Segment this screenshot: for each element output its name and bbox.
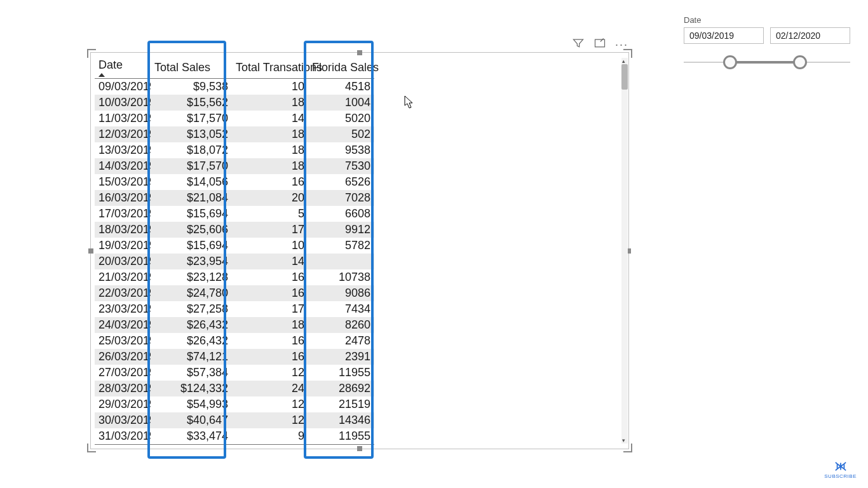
cell-total-transactions: 16 bbox=[232, 269, 308, 285]
cell-florida-sales: 5020 bbox=[308, 111, 374, 126]
table-row[interactable]: 31/03/2019$33,474911955 bbox=[95, 428, 374, 445]
table-row[interactable]: 15/03/2019$14,056166526 bbox=[95, 174, 374, 190]
cell-total-sales: $15,562 bbox=[151, 95, 232, 111]
table-row[interactable]: 11/03/2019$17,570145020 bbox=[95, 111, 374, 126]
date-slicer[interactable]: Date 09/03/2019 02/12/2020 bbox=[684, 15, 850, 76]
date-range-slider[interactable] bbox=[684, 50, 850, 76]
cell-date: 29/03/2019 bbox=[95, 396, 151, 412]
cell-total-transactions: 12 bbox=[232, 412, 308, 428]
table-row[interactable]: 10/03/2019$15,562181004 bbox=[95, 95, 374, 111]
cell-total-transactions: 24 bbox=[232, 381, 308, 396]
cell-florida-sales: 2478 bbox=[308, 333, 374, 349]
cell-florida-sales: 14346 bbox=[308, 412, 374, 428]
cell-florida-sales: 9912 bbox=[308, 222, 374, 238]
cell-total-sales: $25,606 bbox=[151, 222, 232, 238]
table-row[interactable]: 16/03/2019$21,084207028 bbox=[95, 190, 374, 206]
cell-total-sales: $9,538 bbox=[151, 79, 232, 95]
total-trans: 7756 bbox=[232, 445, 308, 447]
table-row[interactable]: 18/03/2019$25,606179912 bbox=[95, 222, 374, 238]
scroll-thumb[interactable] bbox=[621, 64, 628, 90]
cell-total-transactions: 18 bbox=[232, 158, 308, 174]
resize-handle[interactable] bbox=[357, 50, 362, 55]
table-row[interactable]: 24/03/2019$26,432188260 bbox=[95, 317, 374, 333]
col-header-total-sales[interactable]: Total Sales bbox=[151, 55, 232, 79]
cell-florida-sales: 4518 bbox=[308, 79, 374, 95]
cell-date: 18/03/2019 bbox=[95, 222, 151, 238]
cell-total-transactions: 18 bbox=[232, 95, 308, 111]
resize-corner[interactable] bbox=[623, 444, 632, 452]
cell-total-transactions: 16 bbox=[232, 285, 308, 301]
cell-date: 19/03/2019 bbox=[95, 238, 151, 254]
visual-action-bar: ··· bbox=[572, 37, 628, 52]
date-start-input[interactable]: 09/03/2019 bbox=[684, 27, 764, 44]
table-row[interactable]: 19/03/2019$15,694105782 bbox=[95, 238, 374, 254]
cell-total-transactions: 5 bbox=[232, 206, 308, 222]
table-row[interactable]: 27/03/2019$57,3841211955 bbox=[95, 365, 374, 381]
cell-total-transactions: 18 bbox=[232, 142, 308, 158]
col-header-florida-sales[interactable]: Florida Sales bbox=[308, 55, 374, 79]
table-row[interactable]: 09/03/2019$9,538104518 bbox=[95, 79, 374, 95]
cell-total-sales: $18,072 bbox=[151, 142, 232, 158]
cell-total-transactions: 18 bbox=[232, 126, 308, 142]
cell-date: 30/03/2019 bbox=[95, 412, 151, 428]
cell-date: 21/03/2019 bbox=[95, 269, 151, 285]
cell-total-sales: $124,332 bbox=[151, 381, 232, 396]
slicer-label: Date bbox=[684, 15, 850, 25]
cell-total-sales: $40,647 bbox=[151, 412, 232, 428]
table-row[interactable]: 20/03/2019$23,95414 bbox=[95, 254, 374, 269]
scroll-down-icon[interactable]: ▾ bbox=[622, 438, 627, 443]
cell-florida-sales: 1004 bbox=[308, 95, 374, 111]
cell-florida-sales: 21519 bbox=[308, 396, 374, 412]
table-row[interactable]: 25/03/2019$26,432162478 bbox=[95, 333, 374, 349]
resize-handle[interactable] bbox=[88, 248, 93, 254]
table-row[interactable]: 30/03/2019$40,6471214346 bbox=[95, 412, 374, 428]
cell-florida-sales: 28692 bbox=[308, 381, 374, 396]
vertical-scrollbar[interactable]: ▴ ▾ bbox=[621, 58, 628, 444]
cell-total-transactions: 18 bbox=[232, 317, 308, 333]
col-header-total-transactions[interactable]: Total Transations bbox=[232, 55, 308, 79]
cell-total-sales: $23,954 bbox=[151, 254, 232, 269]
table-row[interactable]: 17/03/2019$15,69456608 bbox=[95, 206, 374, 222]
cell-date: 22/03/2019 bbox=[95, 285, 151, 301]
table-row[interactable]: 26/03/2019$74,121162391 bbox=[95, 349, 374, 365]
slider-fill bbox=[730, 61, 800, 64]
cell-total-transactions: 17 bbox=[232, 301, 308, 317]
cell-total-transactions: 14 bbox=[232, 254, 308, 269]
cell-total-transactions: 20 bbox=[232, 190, 308, 206]
table-row[interactable]: 23/03/2019$27,258177434 bbox=[95, 301, 374, 317]
resize-handle[interactable] bbox=[357, 446, 362, 451]
filter-icon[interactable] bbox=[572, 37, 585, 52]
header-label: Date bbox=[98, 58, 123, 71]
slider-thumb-end[interactable] bbox=[793, 55, 807, 69]
table-row[interactable]: 12/03/2019$13,05218502 bbox=[95, 126, 374, 142]
cell-date: 09/03/2019 bbox=[95, 79, 151, 95]
data-table[interactable]: Date Total Sales Total Transations Flori… bbox=[95, 55, 374, 446]
cell-total-sales: $17,570 bbox=[151, 111, 232, 126]
table-row[interactable]: 29/03/2019$54,9931221519 bbox=[95, 396, 374, 412]
date-end-input[interactable]: 02/12/2020 bbox=[770, 27, 850, 44]
cell-florida-sales: 502 bbox=[308, 126, 374, 142]
scroll-up-icon[interactable]: ▴ bbox=[622, 58, 627, 64]
cell-date: 13/03/2019 bbox=[95, 142, 151, 158]
cell-total-transactions: 16 bbox=[232, 349, 308, 365]
focus-mode-icon[interactable] bbox=[593, 37, 606, 52]
table-row[interactable]: 22/03/2019$24,780169086 bbox=[95, 285, 374, 301]
cell-total-sales: $26,432 bbox=[151, 333, 232, 349]
col-header-date[interactable]: Date bbox=[95, 55, 151, 79]
cell-date: 12/03/2019 bbox=[95, 126, 151, 142]
resize-corner[interactable] bbox=[623, 49, 632, 58]
cell-florida-sales: 6526 bbox=[308, 174, 374, 190]
header-label: Florida Sales bbox=[312, 61, 379, 74]
table-visual[interactable]: Date Total Sales Total Transations Flori… bbox=[90, 52, 629, 449]
cell-total-transactions: 16 bbox=[232, 333, 308, 349]
slider-thumb-start[interactable] bbox=[723, 55, 737, 69]
table-row[interactable]: 28/03/2019$124,3322428692 bbox=[95, 381, 374, 396]
table-row[interactable]: 13/03/2019$18,072189538 bbox=[95, 142, 374, 158]
svg-rect-0 bbox=[595, 39, 605, 47]
table-row[interactable]: 14/03/2019$17,570187530 bbox=[95, 158, 374, 174]
cell-date: 26/03/2019 bbox=[95, 349, 151, 365]
cell-total-transactions: 12 bbox=[232, 365, 308, 381]
cell-florida-sales: 11955 bbox=[308, 428, 374, 445]
table-row[interactable]: 21/03/2019$23,1281610738 bbox=[95, 269, 374, 285]
cell-total-sales: $15,694 bbox=[151, 206, 232, 222]
